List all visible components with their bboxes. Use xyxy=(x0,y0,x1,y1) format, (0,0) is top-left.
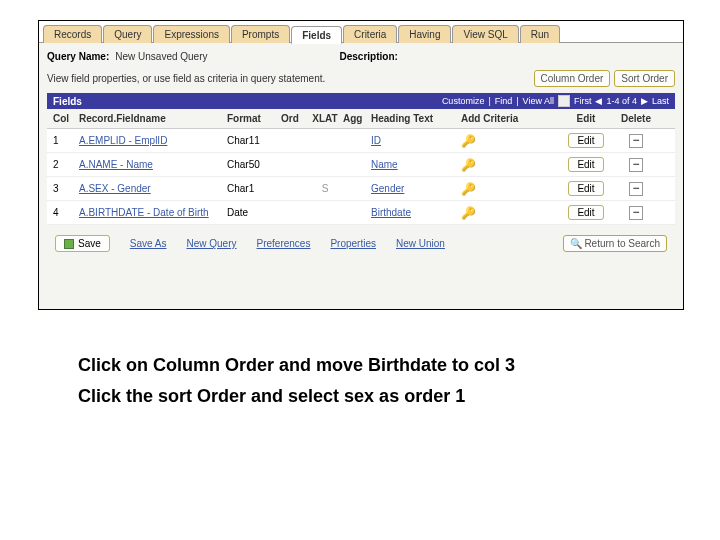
grid-prev-icon[interactable]: ◀ xyxy=(595,96,602,106)
col-header-col: Col xyxy=(53,113,79,124)
cell-xlat: S xyxy=(307,183,343,194)
cell-heading: Birthdate xyxy=(371,207,461,218)
tab-criteria[interactable]: Criteria xyxy=(343,25,397,43)
tab-expressions[interactable]: Expressions xyxy=(153,25,229,43)
table-row: 1A.EMPLID - EmplIDChar11ID🔑Edit− xyxy=(47,129,675,153)
cell-col: 4 xyxy=(53,207,79,218)
cell-format: Char1 xyxy=(227,183,281,194)
preferences-link[interactable]: Preferences xyxy=(257,238,311,249)
record-link[interactable]: A.BIRTHDATE - Date of Birth xyxy=(79,207,209,218)
grid-find-link[interactable]: Find xyxy=(495,96,513,106)
sort-order-button[interactable]: Sort Order xyxy=(614,70,675,87)
footer-bar: Save Save As New Query Preferences Prope… xyxy=(47,225,675,262)
cell-col: 2 xyxy=(53,159,79,170)
grid-title-bar: Fields Customize | Find | View All First… xyxy=(47,93,675,109)
col-header-edit: Edit xyxy=(561,113,611,124)
table-row: 4A.BIRTHDATE - Date of BirthDateBirthdat… xyxy=(47,201,675,225)
column-order-button[interactable]: Column Order xyxy=(534,70,611,87)
cell-format: Char11 xyxy=(227,135,281,146)
add-criteria-icon[interactable]: 🔑 xyxy=(461,182,476,196)
cell-heading: Name xyxy=(371,159,461,170)
col-header-addcrit: Add Criteria xyxy=(461,113,561,124)
cell-record: A.EMPLID - EmplID xyxy=(79,135,227,146)
grid-customize-link[interactable]: Customize xyxy=(442,96,485,106)
grid-header: Col Record.Fieldname Format Ord XLAT Agg… xyxy=(47,109,675,129)
app-window: Records Query Expressions Prompts Fields… xyxy=(38,20,684,310)
tab-having[interactable]: Having xyxy=(398,25,451,43)
properties-link[interactable]: Properties xyxy=(330,238,376,249)
record-link[interactable]: A.EMPLID - EmplID xyxy=(79,135,167,146)
edit-button[interactable]: Edit xyxy=(568,205,603,220)
tab-records[interactable]: Records xyxy=(43,25,102,43)
grid-range: 1-4 of 4 xyxy=(606,96,637,106)
grid-next-icon[interactable]: ▶ xyxy=(641,96,648,106)
cell-col: 1 xyxy=(53,135,79,146)
instruction-line-1: Click on Column Order and move Birthdate… xyxy=(78,350,660,381)
cell-delete: − xyxy=(611,182,661,196)
delete-button[interactable]: − xyxy=(629,182,643,196)
new-query-link[interactable]: New Query xyxy=(187,238,237,249)
col-header-format: Format xyxy=(227,113,281,124)
cell-addcrit: 🔑 xyxy=(461,134,561,148)
delete-button[interactable]: − xyxy=(629,206,643,220)
grid-last-link[interactable]: Last xyxy=(652,96,669,106)
search-icon: 🔍 xyxy=(570,238,582,249)
description-label: Description: xyxy=(340,51,398,62)
heading-link[interactable]: Name xyxy=(371,159,398,170)
col-header-xlat: XLAT xyxy=(307,113,343,124)
tab-fields[interactable]: Fields xyxy=(291,26,342,44)
heading-link[interactable]: ID xyxy=(371,135,381,146)
table-row: 2A.NAME - NameChar50Name🔑Edit− xyxy=(47,153,675,177)
delete-button[interactable]: − xyxy=(629,134,643,148)
add-criteria-icon[interactable]: 🔑 xyxy=(461,158,476,172)
record-link[interactable]: A.NAME - Name xyxy=(79,159,153,170)
heading-link[interactable]: Birthdate xyxy=(371,207,411,218)
delete-button[interactable]: − xyxy=(629,158,643,172)
return-to-search-button[interactable]: 🔍 Return to Search xyxy=(563,235,667,252)
tab-prompts[interactable]: Prompts xyxy=(231,25,290,43)
cell-col: 3 xyxy=(53,183,79,194)
col-header-heading: Heading Text xyxy=(371,113,461,124)
table-row: 3A.SEX - GenderChar1SGender🔑Edit− xyxy=(47,177,675,201)
tab-run[interactable]: Run xyxy=(520,25,560,43)
cell-format: Char50 xyxy=(227,159,281,170)
query-name-value: New Unsaved Query xyxy=(115,51,207,62)
cell-delete: − xyxy=(611,134,661,148)
grid-body: 1A.EMPLID - EmplIDChar11ID🔑Edit−2A.NAME … xyxy=(47,129,675,225)
edit-button[interactable]: Edit xyxy=(568,181,603,196)
cell-edit: Edit xyxy=(561,205,611,220)
col-header-delete: Delete xyxy=(611,113,661,124)
heading-link[interactable]: Gender xyxy=(371,183,404,194)
cell-heading: ID xyxy=(371,135,461,146)
add-criteria-icon[interactable]: 🔑 xyxy=(461,134,476,148)
xlat-icon: S xyxy=(322,183,329,194)
edit-button[interactable]: Edit xyxy=(568,157,603,172)
cell-edit: Edit xyxy=(561,157,611,172)
grid-viewall-link[interactable]: View All xyxy=(523,96,554,106)
cell-addcrit: 🔑 xyxy=(461,206,561,220)
col-header-ord: Ord xyxy=(281,113,307,124)
download-icon[interactable] xyxy=(558,95,570,107)
instruction-line-2: Click the sort Order and select sex as o… xyxy=(78,381,660,412)
cell-edit: Edit xyxy=(561,133,611,148)
cell-delete: − xyxy=(611,158,661,172)
content-area: Query Name: New Unsaved Query Descriptio… xyxy=(39,43,683,270)
cell-record: A.SEX - Gender xyxy=(79,183,227,194)
tab-query[interactable]: Query xyxy=(103,25,152,43)
grid-first-link[interactable]: First xyxy=(574,96,592,106)
save-as-link[interactable]: Save As xyxy=(130,238,167,249)
col-header-agg: Agg xyxy=(343,113,371,124)
edit-button[interactable]: Edit xyxy=(568,133,603,148)
record-link[interactable]: A.SEX - Gender xyxy=(79,183,151,194)
cell-heading: Gender xyxy=(371,183,461,194)
cell-addcrit: 🔑 xyxy=(461,158,561,172)
new-union-link[interactable]: New Union xyxy=(396,238,445,249)
tab-bar: Records Query Expressions Prompts Fields… xyxy=(39,21,683,43)
cell-delete: − xyxy=(611,206,661,220)
instructions: Click on Column Order and move Birthdate… xyxy=(78,350,660,411)
add-criteria-icon[interactable]: 🔑 xyxy=(461,206,476,220)
tab-viewsql[interactable]: View SQL xyxy=(452,25,518,43)
col-header-record: Record.Fieldname xyxy=(79,113,227,124)
cell-addcrit: 🔑 xyxy=(461,182,561,196)
save-button[interactable]: Save xyxy=(55,235,110,252)
